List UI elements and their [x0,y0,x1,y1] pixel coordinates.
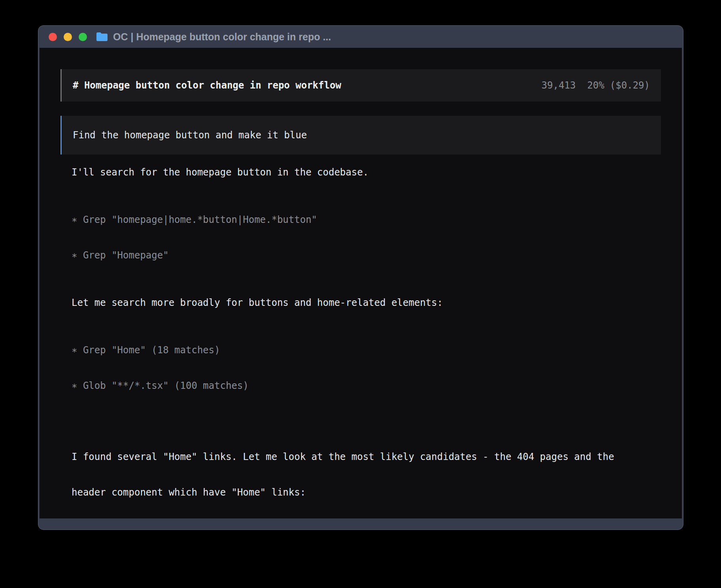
tool-call-line: ∗ Glob "**/*.tsx" (100 matches) [72,380,661,392]
user-message-text: Find the homepage button and make it blu… [73,129,650,141]
zoom-button[interactable] [79,33,87,41]
assistant-message-line: header component which have "Home" links… [72,486,661,498]
session-title: # Homepage button color change in repo w… [73,79,341,91]
assistant-message: I'll search for the homepage button in t… [72,166,661,178]
session-cost: ($0.29) [610,80,650,91]
tool-call-line: ∗ Grep "homepage|home.*button|Home.*butt… [72,214,661,226]
context-percent: 20% [587,80,604,91]
session-header: # Homepage button color change in repo w… [60,69,661,102]
token-count: 39,413 [542,80,576,91]
tool-call-group: ∗ Grep "Home" (18 matches) ∗ Glob "**/*.… [72,320,661,415]
titlebar[interactable]: OC | Homepage button color change in rep… [38,26,683,48]
session-stats: 39,41320%($0.29) [542,79,650,91]
user-message: Find the homepage button and make it blu… [60,116,661,155]
close-button[interactable] [49,33,57,41]
tool-call-line: ∗ Grep "Homepage" [72,249,661,261]
window-title: OC | Homepage button color change in rep… [113,31,331,43]
assistant-message: I found several "Home" links. Let me loo… [72,427,661,518]
assistant-message: Let me search more broadly for buttons a… [72,297,661,309]
folder-icon [96,32,108,41]
terminal-window: OC | Homepage button color change in rep… [38,25,683,530]
terminal-content[interactable]: # Homepage button color change in repo w… [40,48,682,518]
assistant-message-line: I found several "Home" links. Let me loo… [72,451,661,463]
traffic-lights [49,33,87,41]
tool-call-line: ∗ Grep "Home" (18 matches) [72,344,661,356]
minimize-button[interactable] [64,33,72,41]
tool-call-group: ∗ Grep "homepage|home.*button|Home.*butt… [72,190,661,285]
